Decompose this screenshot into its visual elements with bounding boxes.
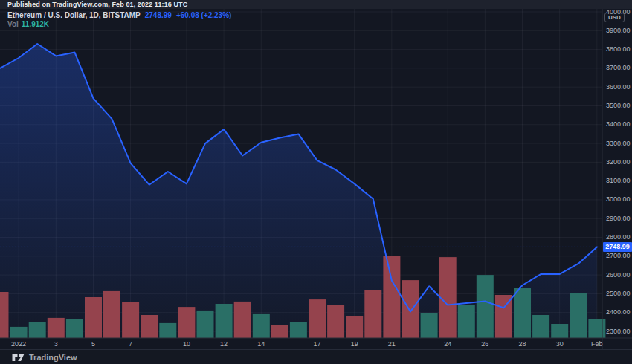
legend-last-price: 2748.99 (145, 11, 172, 19)
price-axis-label: 2500.00 (606, 290, 631, 298)
volume-bar (439, 257, 457, 338)
volume-bar (29, 322, 46, 338)
volume-bar (103, 291, 120, 338)
price-axis-label: 3300.00 (606, 140, 631, 148)
price-axis-label: 2400.00 (606, 308, 631, 316)
volume-value: 11.912K (22, 20, 49, 28)
tradingview-snapshot: Published on TradingView.com, Feb 01, 20… (0, 0, 632, 364)
price-axis-label: 3100.00 (606, 177, 631, 185)
time-axis-label: 5 (77, 339, 109, 348)
chart-legend: Ethereum / U.S. Dollar, 1D, BITSTAMP2748… (7, 11, 231, 29)
price-axis-label: 3000.00 (606, 195, 631, 204)
time-axis-label: 2022 (2, 339, 35, 348)
volume-bar (197, 311, 214, 338)
price-axis-label: 2900.00 (606, 215, 631, 223)
volume-bar (85, 297, 102, 338)
volume-bar (327, 305, 344, 338)
legend-change: +60.08 (+2.23%) (176, 11, 232, 19)
volume-bar (290, 322, 307, 338)
price-axis-label: 3700.00 (606, 64, 631, 72)
time-axis-label: Feb (581, 339, 613, 348)
volume-bar (421, 313, 438, 338)
price-axis-label: 3400.00 (606, 120, 631, 129)
price-axis-label: 3900.00 (606, 27, 631, 35)
price-axis-label: 2300.00 (606, 328, 631, 336)
time-axis-label: 12 (207, 339, 240, 348)
price-axis-label: 3800.00 (606, 45, 631, 53)
time-axis-label: 10 (170, 339, 203, 348)
volume-bar (514, 288, 531, 338)
volume-label: Vol (7, 20, 19, 28)
price-axis-label: 2800.00 (606, 233, 631, 241)
price-axis-label: 3500.00 (606, 102, 631, 110)
currency-badge: USD (604, 13, 625, 22)
volume-bar (122, 302, 139, 338)
time-axis-label: 28 (506, 339, 539, 348)
price-axis-label: 3600.00 (606, 83, 631, 91)
time-axis-label: 24 (431, 339, 464, 348)
volume-bar (402, 280, 419, 338)
price-axis-label: 2700.00 (606, 252, 631, 260)
volume-bar (458, 305, 475, 338)
volume-bar (271, 325, 288, 338)
time-axis-label: 3 (39, 339, 72, 348)
volume-bar (383, 256, 400, 338)
volume-bar (570, 293, 587, 338)
volume-bar (364, 290, 381, 338)
volume-bar (346, 316, 363, 338)
published-bar: Published on TradingView.com, Feb 01, 20… (0, 0, 632, 9)
time-axis-label: 19 (338, 339, 371, 348)
volume-bar (309, 299, 326, 338)
footer-brand[interactable]: TradingView (29, 353, 77, 362)
chart-canvas[interactable] (0, 0, 632, 364)
volume-bar (532, 315, 549, 338)
tradingview-logo-icon[interactable] (12, 352, 25, 363)
volume-bar (253, 314, 270, 338)
last-price-badge: 2748.99 (603, 242, 632, 252)
volume-bar (477, 275, 494, 338)
volume-bar (0, 292, 9, 338)
volume-bar (48, 318, 65, 338)
time-axis-label: 21 (375, 339, 408, 348)
volume-bar (159, 323, 176, 338)
price-axis-label: 2600.00 (606, 271, 631, 279)
volume-bar (178, 307, 195, 338)
volume-bar (551, 324, 568, 338)
time-axis-label: 17 (301, 339, 334, 348)
volume-bar (234, 302, 251, 338)
volume-bar (141, 315, 158, 338)
time-axis-label: 7 (115, 339, 147, 348)
price-axis-label: 3200.00 (606, 158, 631, 166)
volume-bar (10, 327, 28, 338)
volume-bar (66, 319, 83, 338)
time-axis-label: 26 (468, 339, 501, 348)
time-axis-label: 14 (245, 339, 277, 348)
symbol-title[interactable]: Ethereum / U.S. Dollar, 1D, BITSTAMP (7, 11, 141, 19)
price-axis[interactable] (602, 9, 632, 338)
published-text: Published on TradingView.com, Feb 01, 20… (7, 1, 187, 8)
time-axis-label: 30 (544, 339, 576, 348)
volume-bar (216, 304, 233, 338)
footer-bar: TradingView (0, 349, 632, 364)
